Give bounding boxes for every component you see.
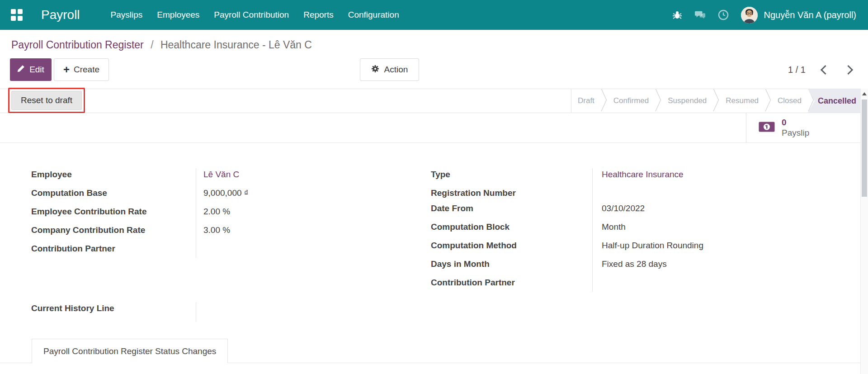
- form-group-history: Current History Line: [31, 302, 406, 322]
- payslip-count: 0: [782, 118, 809, 128]
- reset-to-draft-button[interactable]: Reset to draft: [11, 91, 82, 110]
- field-row-contribution-partner-2: Contribution Partner: [431, 276, 860, 292]
- app-brand[interactable]: Payroll: [41, 8, 80, 22]
- field-value: [196, 302, 406, 322]
- plus-icon: +: [63, 64, 70, 75]
- field-row-computation-base: Computation Base 9,000,000 ₫: [31, 187, 406, 205]
- field-value: Month: [592, 221, 860, 239]
- statusbar: Reset to draft Draft Confirmed Suspended…: [0, 89, 860, 113]
- pencil-icon: [17, 65, 25, 75]
- field-label: Days in Month: [431, 258, 592, 276]
- payslip-label: Payslip: [782, 128, 809, 138]
- pager-value[interactable]: 1 / 1: [788, 65, 806, 75]
- field-row-type: Type Healthcare Insurance: [431, 168, 860, 187]
- navbar-right: Nguyễn Văn A (payroll): [672, 7, 856, 24]
- stage-chevron-icon: [601, 89, 607, 113]
- field-label: Contribution Partner: [431, 276, 592, 292]
- stage-chevron-icon: [655, 89, 661, 113]
- field-value: Half-up Duration Rounding: [592, 239, 860, 258]
- field-row-current-history-line: Current History Line: [31, 302, 406, 322]
- field-row-computation-block: Computation Block Month: [431, 221, 860, 239]
- field-row-employee: Employee Lê Văn C: [31, 168, 406, 187]
- user-menu[interactable]: Nguyễn Văn A (payroll): [741, 7, 856, 24]
- form-group-left: Employee Lê Văn C Computation Base 9,000…: [31, 168, 406, 258]
- payslip-stat-text: 0 Payslip: [782, 118, 809, 138]
- field-row-date-from: Date From 03/10/2022: [431, 202, 860, 221]
- status-pipeline: Draft Confirmed Suspended Resumed Closed…: [571, 89, 860, 113]
- stage-closed[interactable]: Closed: [771, 89, 808, 113]
- field-row-registration-number: Registration Number: [431, 187, 860, 202]
- button-box-row: 0 Payslip: [0, 113, 860, 143]
- field-value-link[interactable]: Lê Văn C: [196, 168, 406, 187]
- stage-cancelled-active[interactable]: Cancelled: [808, 89, 860, 113]
- field-label: Date From: [431, 202, 592, 221]
- create-button[interactable]: + Create: [54, 58, 109, 81]
- stage-draft[interactable]: Draft: [571, 89, 601, 113]
- top-navbar: Payroll Payslips Employees Payroll Contr…: [0, 0, 868, 30]
- field-row-contribution-partner: Contribution Partner: [31, 242, 406, 258]
- field-label: Employee Contribution Rate: [31, 205, 196, 224]
- stage-chevron-icon: [713, 89, 719, 113]
- bug-icon[interactable]: [672, 9, 683, 20]
- field-label: Company Contribution Rate: [31, 224, 196, 242]
- field-row-employee-contribution-rate: Employee Contribution Rate 2.00 %: [31, 205, 406, 224]
- field-label: Contribution Partner: [31, 242, 196, 258]
- breadcrumb: Payroll Contribution Register / Healthca…: [11, 39, 312, 51]
- edit-button-label: Edit: [29, 65, 44, 75]
- stage-chevron-icon: [765, 89, 771, 113]
- field-label: Computation Method: [431, 239, 592, 258]
- action-button-label: Action: [384, 65, 408, 75]
- field-label: Computation Block: [431, 221, 592, 239]
- user-name: Nguyễn Văn A (payroll): [764, 10, 856, 20]
- menu-configuration[interactable]: Configuration: [343, 6, 405, 24]
- menu-payslips[interactable]: Payslips: [105, 6, 148, 24]
- scrollbar-up-icon[interactable]: [862, 92, 867, 95]
- scrollbar-thumb[interactable]: [862, 99, 867, 197]
- field-label: Computation Base: [31, 187, 196, 205]
- chevron-right-icon[interactable]: [844, 65, 853, 74]
- field-value: [592, 276, 860, 292]
- field-value: 2.00 %: [196, 205, 406, 224]
- field-row-computation-method: Computation Method Half-up Duration Roun…: [431, 239, 860, 258]
- field-label: Current History Line: [31, 302, 196, 322]
- vertical-scrollbar[interactable]: [860, 89, 868, 374]
- payslip-stat-button[interactable]: 0 Payslip: [746, 113, 860, 142]
- avatar[interactable]: [741, 7, 758, 24]
- field-value: 9,000,000 ₫: [196, 187, 406, 205]
- field-row-days-in-month: Days in Month Fixed as 28 days: [431, 258, 860, 276]
- breadcrumb-separator: /: [146, 39, 157, 51]
- stage-confirmed[interactable]: Confirmed: [607, 89, 655, 113]
- field-value-link[interactable]: Healthcare Insurance: [592, 168, 860, 187]
- gear-icon: [371, 65, 379, 75]
- annotation-highlight-box: Reset to draft: [8, 88, 85, 113]
- tab-status-changes[interactable]: Payroll Contribution Register Status Cha…: [32, 339, 228, 363]
- stage-suspended[interactable]: Suspended: [661, 89, 713, 113]
- menu-reports[interactable]: Reports: [298, 6, 339, 24]
- field-label: Registration Number: [431, 187, 592, 202]
- field-value: 3.00 %: [196, 224, 406, 242]
- action-button[interactable]: Action: [360, 58, 419, 81]
- chat-icon[interactable]: [695, 9, 706, 20]
- field-row-company-contribution-rate: Company Contribution Rate 3.00 %: [31, 224, 406, 242]
- field-label: Employee: [31, 168, 196, 187]
- create-button-label: Create: [74, 65, 99, 75]
- field-value: [196, 242, 406, 258]
- field-value: 03/10/2022: [592, 202, 860, 221]
- pager: 1 / 1: [788, 58, 852, 81]
- menu-payroll-contribution[interactable]: Payroll Contribution: [208, 6, 294, 24]
- menu-employees[interactable]: Employees: [151, 6, 205, 24]
- main-menu: Payslips Employees Payroll Contribution …: [105, 6, 405, 24]
- edit-button[interactable]: Edit: [10, 58, 52, 81]
- money-bill-icon: [759, 122, 775, 134]
- breadcrumb-current: Healthcare Insurance - Lê Văn C: [160, 39, 312, 51]
- clock-icon[interactable]: [718, 9, 729, 20]
- form-group-right: Type Healthcare Insurance Registration N…: [431, 168, 860, 292]
- breadcrumb-parent-link[interactable]: Payroll Contribution Register: [11, 39, 144, 51]
- field-value: Fixed as 28 days: [592, 258, 860, 276]
- chevron-left-icon[interactable]: [821, 65, 830, 74]
- stage-resumed[interactable]: Resumed: [719, 89, 765, 113]
- field-value: [592, 187, 860, 202]
- field-label: Type: [431, 168, 592, 187]
- apps-grid-icon[interactable]: [11, 9, 23, 21]
